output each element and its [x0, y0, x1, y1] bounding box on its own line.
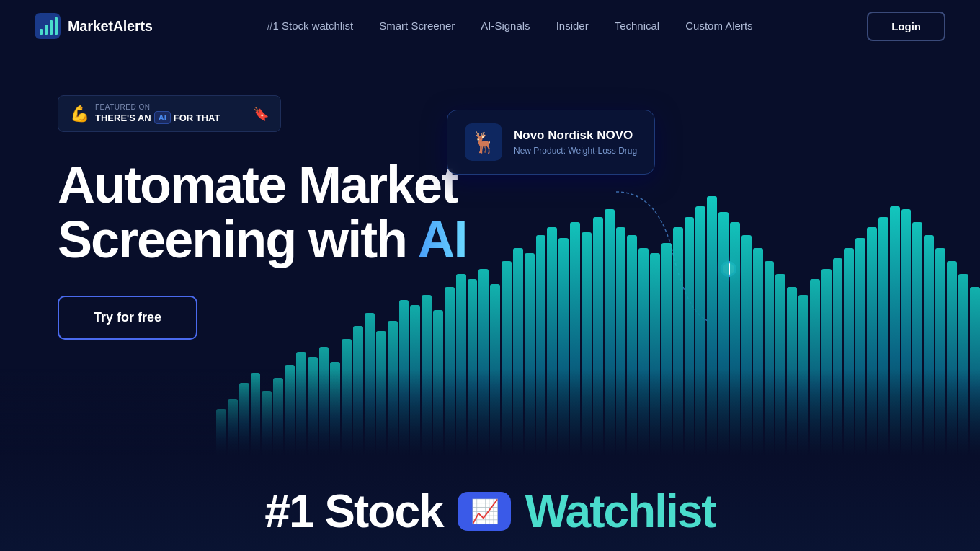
badge-ai-label: AI: [154, 111, 171, 124]
nav-link-technical[interactable]: Technical: [615, 19, 660, 32]
badge-suffix: FOR THAT: [174, 113, 220, 123]
stock-card: 🦌 Novo Nordisk NOVO New Product: Weight-…: [447, 110, 655, 175]
nav-link-watchlist[interactable]: #1 Stock watchlist: [267, 19, 353, 32]
logo-icon: [35, 13, 61, 39]
logo[interactable]: MarketAlerts: [35, 13, 153, 39]
svg-rect-1: [40, 29, 43, 35]
badge-text: FEATURED ON THERE'S AN AI FOR THAT: [95, 103, 220, 124]
nav-link-insider[interactable]: Insider: [556, 19, 589, 32]
bookmark-icon: 🔖: [253, 106, 269, 122]
trending-icon: 📈: [471, 498, 498, 525]
nav-link-signals[interactable]: AI-Signals: [481, 19, 530, 32]
stock-card-info: Novo Nordisk NOVO New Product: Weight-Lo…: [514, 128, 637, 156]
badge-featured-label: FEATURED ON: [95, 103, 220, 111]
bottom-title-watchlist: Watchlist: [525, 485, 716, 538]
nav-link-screener[interactable]: Smart Screener: [379, 19, 455, 32]
bottom-title-stock: #1 Stock: [264, 485, 442, 538]
svg-rect-4: [55, 17, 58, 35]
logo-text: MarketAlerts: [68, 18, 153, 35]
svg-rect-3: [50, 20, 53, 35]
bottom-title: #1 Stock 📈 Watchlist: [58, 485, 922, 538]
watchlist-badge: 📈: [458, 492, 511, 531]
stock-card-tag: New Product: Weight-Loss Drug: [514, 146, 637, 156]
featured-badge: 💪 FEATURED ON THERE'S AN AI FOR THAT 🔖: [58, 95, 281, 132]
stock-card-icon: 🦌: [465, 123, 502, 161]
badge-main-text: THERE'S AN: [95, 113, 151, 123]
hero-section: 💪 FEATURED ON THERE'S AN AI FOR THAT 🔖 A…: [0, 52, 980, 456]
navbar: MarketAlerts #1 Stock watchlist Smart Sc…: [0, 0, 980, 52]
nav-link-alerts[interactable]: Custom Alerts: [685, 19, 752, 32]
nav-links: #1 Stock watchlist Smart Screener AI-Sig…: [267, 19, 752, 32]
stock-animal-icon: 🦌: [471, 131, 496, 154]
bottom-section: #1 Stock 📈 Watchlist: [0, 456, 980, 551]
svg-rect-2: [45, 25, 48, 35]
login-button[interactable]: Login: [867, 12, 945, 41]
hero-fade-overlay: [0, 369, 980, 456]
try-for-free-button[interactable]: Try for free: [58, 296, 197, 340]
stock-card-name: Novo Nordisk NOVO: [514, 128, 637, 143]
badge-arm-icon: 💪: [70, 105, 89, 123]
